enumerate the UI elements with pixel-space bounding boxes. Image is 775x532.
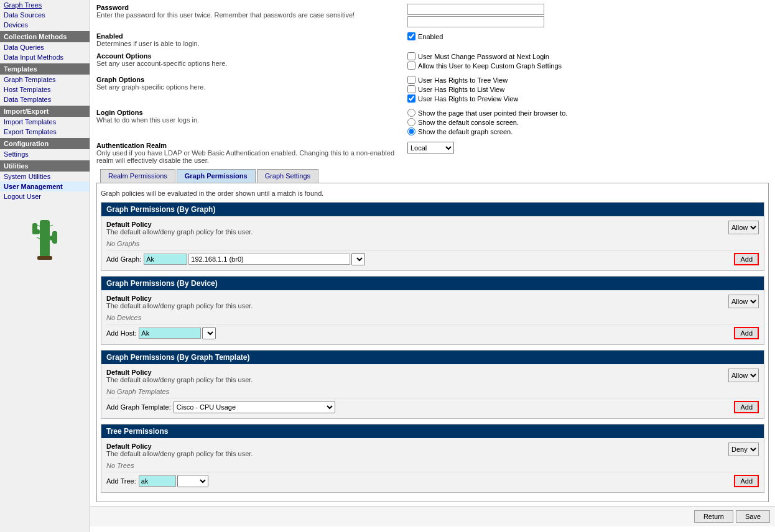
sidebar-item-graph-templates[interactable]: Graph Templates xyxy=(0,75,90,85)
sidebar-item-data-input-methods[interactable]: Data Input Methods xyxy=(0,52,90,62)
tree-no-items: No Trees xyxy=(106,459,759,472)
tab-graph-permissions[interactable]: Graph Permissions xyxy=(177,169,256,183)
enabled-desc: Determines if user is able to login. xyxy=(96,40,407,47)
by-graph-add-input-1[interactable] xyxy=(144,254,187,265)
account-options-desc: Set any user account-specific options he… xyxy=(96,60,407,67)
svg-rect-2 xyxy=(32,223,37,234)
tab-content-area: Graph policies will be evaluated in the … xyxy=(96,183,769,502)
svg-line-7 xyxy=(37,237,40,239)
by-device-no-items: No Devices xyxy=(106,311,759,324)
by-graph-header: Graph Permissions (By Graph) xyxy=(101,203,764,216)
by-device-policy-control: Allow Deny xyxy=(728,295,759,308)
by-graph-body: Default Policy The default allow/deny gr… xyxy=(101,216,764,270)
login-options-label: Login Options xyxy=(96,109,407,116)
login-opt3-radio[interactable] xyxy=(407,127,415,135)
tree-add-input[interactable] xyxy=(139,475,176,487)
enabled-checkbox[interactable] xyxy=(407,32,415,40)
auth-realm-desc: Only used if you have LDAP or Web Basic … xyxy=(96,149,407,164)
tab-graph-settings[interactable]: Graph Settings xyxy=(257,169,318,183)
by-template-policy-row: Default Policy The default allow/deny gr… xyxy=(106,367,759,385)
by-device-policy-select[interactable]: Allow Deny xyxy=(728,295,759,308)
by-graph-add-input-2[interactable] xyxy=(188,254,350,265)
enabled-checkbox-label: Enabled xyxy=(418,33,443,40)
by-template-policy-desc: The default allow/deny graph policy for … xyxy=(106,376,728,383)
account-options-row: Account Options Set any user account-spe… xyxy=(96,52,769,71)
opt2-label: Allow this User to Keep Custom Graph Set… xyxy=(418,62,562,70)
tabs-container: Realm Permissions Graph Permissions Grap… xyxy=(96,169,769,183)
sidebar-item-data-templates[interactable]: Data Templates xyxy=(0,94,90,104)
tree-policy-desc: The default allow/deny graph policy for … xyxy=(106,450,728,457)
sidebar-section-collection-methods: Collection Methods xyxy=(0,31,90,42)
password-desc: Enter the password for this user twice. … xyxy=(96,11,407,19)
by-graph-add-row: Add Graph: Add xyxy=(106,250,759,268)
tree-add-label: Add Tree: xyxy=(106,477,136,485)
by-template-add-button[interactable]: Add xyxy=(734,401,759,413)
by-graph-policy-control: Allow Deny xyxy=(728,221,759,234)
password-field-2[interactable] xyxy=(407,16,544,27)
tab-note: Graph policies will be evaluated in the … xyxy=(101,187,764,202)
main-content: Password Enter the password for this use… xyxy=(90,0,775,532)
password-label: Password xyxy=(96,4,407,11)
by-graph-policy-select[interactable]: Allow Deny xyxy=(728,221,759,234)
opt3-checkbox[interactable] xyxy=(407,76,415,84)
opt5-checkbox[interactable] xyxy=(407,94,415,103)
by-graph-policy-row: Default Policy The default allow/deny gr… xyxy=(106,219,759,237)
graph-perm-by-template-section: Graph Permissions (By Graph Template) De… xyxy=(101,350,764,419)
by-template-body: Default Policy The default allow/deny gr… xyxy=(101,364,764,418)
sidebar-item-settings[interactable]: Settings xyxy=(0,149,90,159)
sidebar-item-data-sources[interactable]: Data Sources xyxy=(0,10,90,20)
opt1-checkbox[interactable] xyxy=(407,52,415,60)
tree-add-row: Add Tree: Add xyxy=(106,472,759,490)
sidebar-item-devices[interactable]: Devices xyxy=(0,20,90,30)
login-opt2-label: Show the default console screen. xyxy=(418,119,519,126)
login-opt3-label: Show the default graph screen. xyxy=(418,128,513,135)
by-device-policy-label: Default Policy xyxy=(106,295,728,302)
by-graph-add-label: Add Graph: xyxy=(106,255,141,263)
save-button[interactable]: Save xyxy=(736,510,770,523)
sidebar-section-utilities: Utilities xyxy=(0,160,90,172)
login-opt2-radio[interactable] xyxy=(407,118,415,126)
svg-rect-4 xyxy=(52,231,57,244)
by-template-add-select[interactable]: Cisco - CPU Usage xyxy=(174,401,335,413)
sidebar-item-data-queries[interactable]: Data Queries xyxy=(0,42,90,52)
by-template-no-items: No Graph Templates xyxy=(106,385,759,398)
opt2-checkbox[interactable] xyxy=(407,62,415,70)
svg-rect-0 xyxy=(40,220,50,257)
sidebar-section-templates: Templates xyxy=(0,63,90,75)
by-device-policy-desc: The default allow/deny graph policy for … xyxy=(106,302,728,310)
sidebar-item-import-templates[interactable]: Import Templates xyxy=(0,117,90,127)
by-template-add-label: Add Graph Template: xyxy=(106,403,171,411)
return-button[interactable]: Return xyxy=(694,510,733,523)
account-options-label: Account Options xyxy=(96,52,407,60)
by-graph-add-button[interactable]: Add xyxy=(734,253,759,265)
by-device-add-input[interactable] xyxy=(139,328,201,339)
tree-add-button[interactable]: Add xyxy=(734,475,759,487)
by-template-policy-select[interactable]: Allow Deny xyxy=(728,369,759,382)
sidebar-item-system-utilities[interactable]: System Utilities xyxy=(0,172,90,181)
by-device-add-select[interactable] xyxy=(202,327,216,339)
by-device-add-button[interactable]: Add xyxy=(734,327,759,339)
cactus-logo xyxy=(0,201,90,271)
by-graph-policy-label: Default Policy xyxy=(106,221,728,228)
login-opt1-radio[interactable] xyxy=(407,109,415,117)
tree-policy-select[interactable]: Allow Deny xyxy=(728,443,759,456)
by-device-add-btn-wrapper: Add xyxy=(734,327,759,339)
by-device-body: Default Policy The default allow/deny gr… xyxy=(101,290,764,344)
by-device-add-row: Add Host: Add xyxy=(106,324,759,342)
sidebar-item-graph-trees[interactable]: Graph Trees xyxy=(0,0,90,10)
opt3-label: User Has Rights to Tree View xyxy=(418,76,508,84)
auth-realm-select[interactable]: Local LDAP Web Basic xyxy=(407,142,454,154)
sidebar-item-host-templates[interactable]: Host Templates xyxy=(0,85,90,94)
by-template-add-row: Add Graph Template: Cisco - CPU Usage Ad… xyxy=(106,398,759,416)
opt4-checkbox[interactable] xyxy=(407,85,415,93)
by-graph-add-select[interactable] xyxy=(351,253,365,265)
sidebar-item-logout-user[interactable]: Logout User xyxy=(0,191,90,201)
tree-add-select[interactable] xyxy=(177,475,208,487)
auth-realm-label: Authentication Realm xyxy=(96,142,407,149)
password-field-1[interactable] xyxy=(407,4,544,15)
tab-realm-permissions[interactable]: Realm Permissions xyxy=(100,169,175,183)
svg-line-6 xyxy=(50,225,53,226)
graph-perm-by-device-section: Graph Permissions (By Device) Default Po… xyxy=(101,276,764,345)
sidebar-item-export-templates[interactable]: Export Templates xyxy=(0,127,90,137)
sidebar-item-user-management[interactable]: User Management xyxy=(0,181,90,191)
